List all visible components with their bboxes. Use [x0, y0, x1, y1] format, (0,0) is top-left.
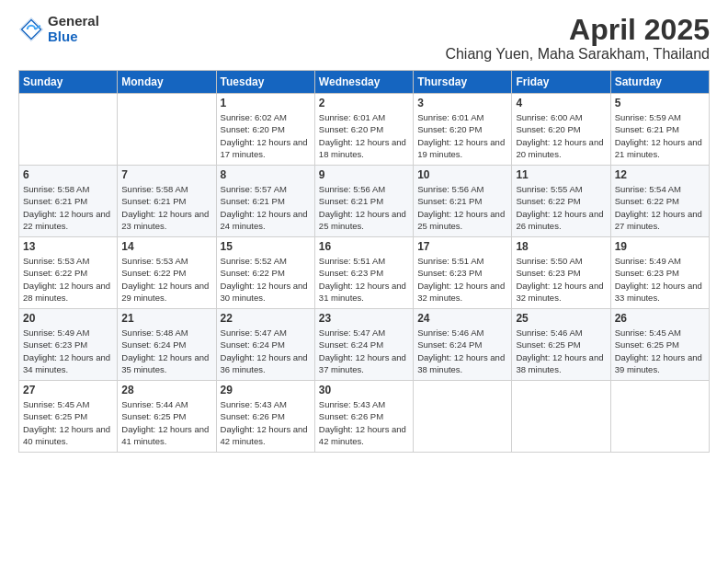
day-info: Sunrise: 5:58 AMSunset: 6:21 PMDaylight:…	[121, 183, 211, 232]
calendar-table: SundayMondayTuesdayWednesdayThursdayFrid…	[18, 70, 710, 453]
day-info: Sunrise: 5:45 AMSunset: 6:25 PMDaylight:…	[23, 398, 113, 447]
col-header-saturday: Saturday	[610, 71, 709, 94]
calendar-cell: 21Sunrise: 5:48 AMSunset: 6:24 PMDayligh…	[118, 309, 216, 381]
day-info: Sunrise: 5:57 AMSunset: 6:21 PMDaylight:…	[221, 183, 311, 232]
day-number: 11	[516, 168, 606, 181]
logo-general-text: General	[48, 14, 99, 29]
col-header-thursday: Thursday	[414, 71, 512, 94]
calendar-cell: 2Sunrise: 6:01 AMSunset: 6:20 PMDaylight…	[314, 94, 413, 166]
calendar-cell: 11Sunrise: 5:55 AMSunset: 6:22 PMDayligh…	[512, 166, 610, 237]
calendar-cell: 1Sunrise: 6:02 AMSunset: 6:20 PMDaylight…	[216, 94, 314, 166]
day-number: 12	[615, 168, 705, 181]
calendar-cell: 16Sunrise: 5:51 AMSunset: 6:23 PMDayligh…	[314, 237, 413, 309]
calendar-cell: 19Sunrise: 5:49 AMSunset: 6:23 PMDayligh…	[610, 237, 709, 309]
calendar-cell	[414, 381, 512, 453]
day-number: 15	[221, 240, 311, 253]
day-number: 22	[221, 312, 311, 325]
day-info: Sunrise: 5:56 AMSunset: 6:21 PMDaylight:…	[319, 183, 409, 232]
week-row-5: 27Sunrise: 5:45 AMSunset: 6:25 PMDayligh…	[19, 381, 710, 453]
calendar-cell	[118, 94, 216, 166]
day-info: Sunrise: 6:00 AMSunset: 6:20 PMDaylight:…	[516, 111, 606, 160]
month-title: April 2025	[445, 14, 710, 46]
calendar-cell: 30Sunrise: 5:43 AMSunset: 6:26 PMDayligh…	[314, 381, 413, 453]
day-number: 16	[319, 240, 409, 253]
logo-icon	[18, 17, 44, 42]
week-row-4: 20Sunrise: 5:49 AMSunset: 6:23 PMDayligh…	[19, 309, 710, 381]
day-number: 27	[23, 384, 113, 396]
calendar-cell	[19, 94, 118, 166]
week-row-2: 6Sunrise: 5:58 AMSunset: 6:21 PMDaylight…	[19, 166, 710, 237]
day-number: 7	[121, 168, 211, 181]
calendar-cell: 20Sunrise: 5:49 AMSunset: 6:23 PMDayligh…	[19, 309, 118, 381]
calendar-cell: 26Sunrise: 5:45 AMSunset: 6:25 PMDayligh…	[610, 309, 709, 381]
day-number: 20	[23, 312, 113, 325]
day-info: Sunrise: 5:54 AMSunset: 6:22 PMDaylight:…	[615, 183, 705, 232]
calendar-cell: 24Sunrise: 5:46 AMSunset: 6:24 PMDayligh…	[414, 309, 512, 381]
calendar-cell: 5Sunrise: 5:59 AMSunset: 6:21 PMDaylight…	[610, 94, 709, 166]
day-number: 13	[23, 240, 113, 253]
col-header-tuesday: Tuesday	[216, 71, 314, 94]
day-info: Sunrise: 5:55 AMSunset: 6:22 PMDaylight:…	[516, 183, 606, 232]
col-header-friday: Friday	[512, 71, 610, 94]
calendar-cell: 28Sunrise: 5:44 AMSunset: 6:25 PMDayligh…	[118, 381, 216, 453]
calendar-cell: 4Sunrise: 6:00 AMSunset: 6:20 PMDaylight…	[512, 94, 610, 166]
header: General Blue April 2025 Chiang Yuen, Mah…	[18, 14, 710, 63]
day-number: 2	[319, 97, 409, 109]
day-info: Sunrise: 5:56 AMSunset: 6:21 PMDaylight:…	[417, 183, 507, 232]
calendar-cell: 6Sunrise: 5:58 AMSunset: 6:21 PMDaylight…	[19, 166, 118, 237]
calendar-cell: 25Sunrise: 5:46 AMSunset: 6:25 PMDayligh…	[512, 309, 610, 381]
day-info: Sunrise: 5:51 AMSunset: 6:23 PMDaylight:…	[417, 255, 507, 304]
calendar-cell: 18Sunrise: 5:50 AMSunset: 6:23 PMDayligh…	[512, 237, 610, 309]
day-info: Sunrise: 5:49 AMSunset: 6:23 PMDaylight:…	[23, 327, 113, 375]
day-info: Sunrise: 5:44 AMSunset: 6:25 PMDaylight:…	[121, 398, 211, 447]
header-row: SundayMondayTuesdayWednesdayThursdayFrid…	[19, 71, 710, 94]
calendar-cell: 15Sunrise: 5:52 AMSunset: 6:22 PMDayligh…	[216, 237, 314, 309]
svg-marker-1	[19, 17, 42, 40]
day-info: Sunrise: 5:59 AMSunset: 6:21 PMDaylight:…	[615, 111, 705, 160]
day-info: Sunrise: 5:45 AMSunset: 6:25 PMDaylight:…	[615, 327, 705, 375]
title-block: April 2025 Chiang Yuen, Maha Sarakham, T…	[445, 14, 710, 63]
day-number: 17	[417, 240, 507, 253]
day-info: Sunrise: 6:01 AMSunset: 6:20 PMDaylight:…	[417, 111, 507, 160]
day-info: Sunrise: 5:43 AMSunset: 6:26 PMDaylight:…	[319, 398, 409, 447]
day-number: 1	[221, 97, 311, 109]
calendar-cell: 14Sunrise: 5:53 AMSunset: 6:22 PMDayligh…	[118, 237, 216, 309]
day-number: 30	[319, 384, 409, 396]
calendar-cell: 7Sunrise: 5:58 AMSunset: 6:21 PMDaylight…	[118, 166, 216, 237]
calendar-cell: 27Sunrise: 5:45 AMSunset: 6:25 PMDayligh…	[19, 381, 118, 453]
day-number: 19	[615, 240, 705, 253]
day-number: 8	[221, 168, 311, 181]
calendar-cell	[610, 381, 709, 453]
day-info: Sunrise: 6:01 AMSunset: 6:20 PMDaylight:…	[319, 111, 409, 160]
day-number: 21	[121, 312, 211, 325]
logo-blue-text: Blue	[48, 29, 99, 45]
logo: General Blue	[18, 14, 99, 44]
calendar-cell: 3Sunrise: 6:01 AMSunset: 6:20 PMDaylight…	[414, 94, 512, 166]
col-header-sunday: Sunday	[19, 71, 118, 94]
day-info: Sunrise: 5:53 AMSunset: 6:22 PMDaylight:…	[121, 255, 211, 304]
day-number: 4	[516, 97, 606, 109]
day-info: Sunrise: 5:47 AMSunset: 6:24 PMDaylight:…	[319, 327, 409, 375]
calendar-cell: 22Sunrise: 5:47 AMSunset: 6:24 PMDayligh…	[216, 309, 314, 381]
col-header-monday: Monday	[118, 71, 216, 94]
day-info: Sunrise: 5:46 AMSunset: 6:25 PMDaylight:…	[516, 327, 606, 375]
day-number: 10	[417, 168, 507, 181]
day-number: 18	[516, 240, 606, 253]
day-number: 3	[417, 97, 507, 109]
calendar-cell	[512, 381, 610, 453]
day-number: 5	[615, 97, 705, 109]
day-number: 14	[121, 240, 211, 253]
day-number: 6	[23, 168, 113, 181]
day-info: Sunrise: 5:46 AMSunset: 6:24 PMDaylight:…	[417, 327, 507, 375]
day-number: 28	[121, 384, 211, 396]
day-number: 25	[516, 312, 606, 325]
day-info: Sunrise: 6:02 AMSunset: 6:20 PMDaylight:…	[221, 111, 311, 160]
calendar-cell: 9Sunrise: 5:56 AMSunset: 6:21 PMDaylight…	[314, 166, 413, 237]
day-info: Sunrise: 5:47 AMSunset: 6:24 PMDaylight:…	[221, 327, 311, 375]
logo-text: General Blue	[48, 14, 99, 44]
day-info: Sunrise: 5:48 AMSunset: 6:24 PMDaylight:…	[121, 327, 211, 375]
calendar-cell: 10Sunrise: 5:56 AMSunset: 6:21 PMDayligh…	[414, 166, 512, 237]
calendar-cell: 12Sunrise: 5:54 AMSunset: 6:22 PMDayligh…	[610, 166, 709, 237]
calendar-cell: 29Sunrise: 5:43 AMSunset: 6:26 PMDayligh…	[216, 381, 314, 453]
day-info: Sunrise: 5:53 AMSunset: 6:22 PMDaylight:…	[23, 255, 113, 304]
